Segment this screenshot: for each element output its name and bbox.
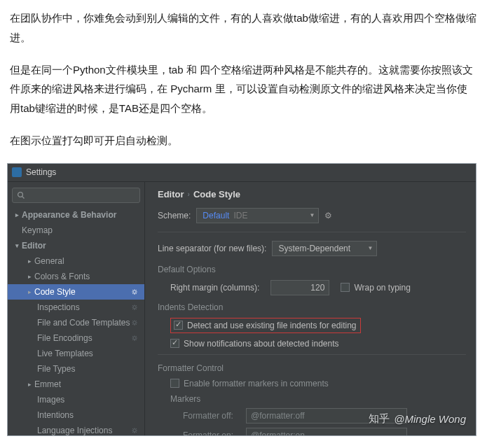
- wrap-on-typing-label: Wrap on typing: [354, 283, 411, 293]
- gear-icon[interactable]: ⚙: [324, 211, 332, 220]
- sidebar-item-filetypes[interactable]: File Types: [8, 361, 144, 377]
- sidebar-item-filecode[interactable]: File and Code Templates⛭: [8, 315, 144, 330]
- sidebar-item-livetpl[interactable]: Live Templates: [8, 346, 144, 361]
- indents-detection-label: Indents Detection: [158, 302, 466, 312]
- paragraph-1: 在团队协作中，你难免会动到别人编辑的文件，有的人喜欢做tab做缩进，有的人喜欢用…: [10, 8, 477, 48]
- formatter-off-label: Formatter off:: [183, 411, 246, 421]
- search-icon: [17, 191, 25, 200]
- chevron-right-icon: ▸: [26, 288, 33, 295]
- chevron-down-icon: ▼: [309, 212, 315, 218]
- detect-indents-label: Detect and use existing file indents for…: [187, 321, 356, 330]
- chevron-right-icon: ›: [188, 190, 190, 198]
- formatter-on-label: Formatter on:: [183, 430, 246, 435]
- search-input[interactable]: [12, 188, 140, 203]
- chevron-down-icon: ▾: [13, 242, 20, 249]
- paragraph-2: 但是在同一个Python文件模块里，tab 和 四个空格缩进两种风格是不能共存的…: [10, 60, 477, 118]
- enable-formatter-checkbox[interactable]: [170, 379, 179, 388]
- gear-icon: ⛭: [131, 426, 139, 435]
- settings-sidebar: ▸Appearance & Behavior Keymap ▾Editor ▸G…: [8, 182, 145, 435]
- chevron-right-icon: ▸: [13, 211, 20, 218]
- gear-icon: ⛭: [131, 334, 139, 342]
- watermark: 知乎 @Mingle Wong: [369, 412, 466, 426]
- sidebar-item-colors[interactable]: ▸Colors & Fonts: [8, 269, 144, 284]
- breadcrumb: Editor › Code Style: [158, 189, 466, 200]
- default-options-label: Default Options: [158, 265, 466, 274]
- sidebar-item-emmet[interactable]: ▸Emmet: [8, 377, 144, 392]
- sidebar-item-images[interactable]: Images: [8, 392, 144, 407]
- show-notifications-checkbox[interactable]: [170, 339, 179, 348]
- sidebar-item-langinj[interactable]: Language Injections⛭: [8, 423, 144, 436]
- linesep-label: Line separator (for new files):: [158, 244, 266, 253]
- detect-indents-row: Detect and use existing file indents for…: [170, 318, 361, 333]
- settings-window: Settings ▸Appearance & Behavior Keymap ▾…: [7, 163, 476, 436]
- scheme-dropdown[interactable]: Default IDE ▼: [196, 208, 319, 223]
- gear-icon: ⛭: [131, 288, 139, 296]
- markers-label: Markers: [170, 394, 466, 404]
- settings-content: Editor › Code Style Scheme: Default IDE …: [145, 182, 476, 435]
- scheme-label: Scheme:: [158, 211, 191, 220]
- linesep-dropdown[interactable]: System-Dependent ▼: [272, 241, 377, 256]
- sidebar-item-appearance[interactable]: ▸Appearance & Behavior: [8, 207, 144, 223]
- formatter-control-label: Formatter Control: [158, 363, 466, 373]
- sidebar-item-editor[interactable]: ▾Editor: [8, 238, 144, 253]
- gear-icon: ⛭: [131, 318, 139, 327]
- gear-icon: ⛭: [131, 303, 139, 312]
- chevron-right-icon: ▸: [26, 381, 33, 388]
- pycharm-icon: [12, 167, 22, 177]
- chevron-right-icon: ▸: [26, 258, 33, 265]
- sidebar-item-general[interactable]: ▸General: [8, 253, 144, 269]
- divider: [158, 354, 466, 355]
- right-margin-input[interactable]: [270, 280, 329, 295]
- sidebar-item-inspections[interactable]: Inspections⛭: [8, 300, 144, 315]
- sidebar-item-codestyle[interactable]: ▸Code Style⛭: [8, 284, 144, 300]
- formatter-on-input[interactable]: [246, 428, 407, 435]
- divider: [158, 232, 466, 232]
- wrap-on-typing-checkbox[interactable]: [341, 283, 350, 292]
- svg-line-1: [22, 196, 25, 198]
- detect-indents-checkbox[interactable]: [174, 321, 183, 330]
- sidebar-item-fileenc[interactable]: File Encodings⛭: [8, 330, 144, 346]
- titlebar: Settings: [8, 164, 476, 182]
- enable-formatter-label: Enable formatter markers in comments: [184, 379, 329, 388]
- sidebar-item-keymap[interactable]: Keymap: [8, 223, 144, 238]
- window-title: Settings: [26, 167, 56, 177]
- sidebar-item-intentions[interactable]: Intentions: [8, 407, 144, 423]
- chevron-down-icon: ▼: [367, 245, 373, 251]
- show-notifications-label: Show notifications about detected indent…: [184, 339, 338, 349]
- svg-point-0: [18, 192, 23, 197]
- paragraph-3: 在图示位置打勾即可开启自动检测。: [10, 131, 477, 150]
- right-margin-label: Right margin (columns):: [170, 283, 259, 293]
- chevron-right-icon: ▸: [26, 273, 33, 280]
